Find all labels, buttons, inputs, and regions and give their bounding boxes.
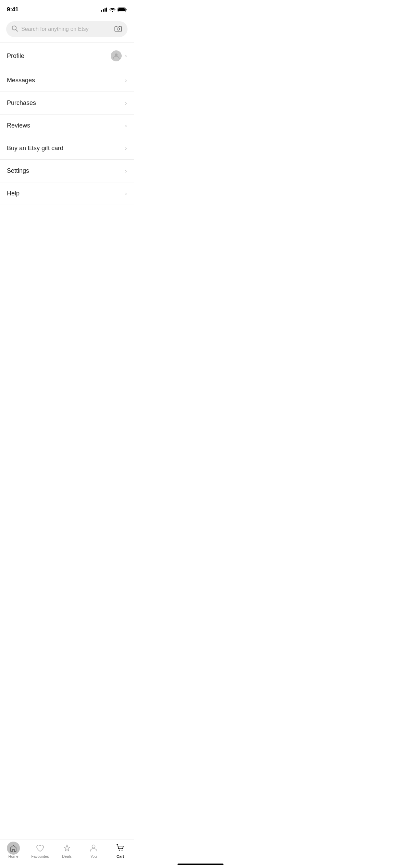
purchases-chevron: ›	[125, 100, 127, 106]
reviews-label: Reviews	[7, 122, 30, 129]
menu-item-settings[interactable]: Settings ›	[0, 160, 134, 182]
signal-icon	[101, 8, 107, 12]
search-icon	[12, 25, 18, 33]
profile-avatar	[111, 50, 122, 61]
menu-item-profile[interactable]: Profile ›	[0, 43, 134, 69]
purchases-label: Purchases	[7, 99, 36, 107]
svg-point-5	[115, 53, 118, 56]
settings-chevron: ›	[125, 168, 127, 174]
status-time: 9:41	[7, 6, 19, 13]
status-bar: 9:41	[0, 0, 134, 17]
search-bar[interactable]: Search for anything on Etsy	[6, 21, 127, 37]
svg-rect-1	[118, 8, 125, 11]
menu-list: Profile › Messages › Purchases › Reviews…	[0, 43, 134, 205]
battery-icon	[118, 8, 127, 12]
menu-item-reviews[interactable]: Reviews ›	[0, 114, 134, 137]
svg-point-4	[117, 28, 120, 30]
gift-card-chevron: ›	[125, 145, 127, 152]
settings-label: Settings	[7, 167, 29, 174]
wifi-icon	[109, 8, 116, 12]
messages-chevron: ›	[125, 77, 127, 84]
search-placeholder-text: Search for anything on Etsy	[21, 26, 111, 32]
menu-item-help[interactable]: Help ›	[0, 182, 134, 205]
status-icons	[101, 8, 127, 12]
messages-label: Messages	[7, 77, 35, 84]
reviews-chevron: ›	[125, 123, 127, 129]
search-container: Search for anything on Etsy	[0, 17, 134, 43]
svg-line-3	[16, 29, 17, 31]
menu-item-messages[interactable]: Messages ›	[0, 69, 134, 92]
menu-item-gift-card[interactable]: Buy an Etsy gift card ›	[0, 137, 134, 160]
gift-card-label: Buy an Etsy gift card	[7, 145, 63, 152]
menu-item-purchases[interactable]: Purchases ›	[0, 92, 134, 114]
camera-icon[interactable]	[114, 25, 122, 33]
profile-label: Profile	[7, 52, 24, 60]
help-chevron: ›	[125, 191, 127, 197]
help-label: Help	[7, 190, 20, 197]
profile-chevron: ›	[125, 53, 127, 59]
